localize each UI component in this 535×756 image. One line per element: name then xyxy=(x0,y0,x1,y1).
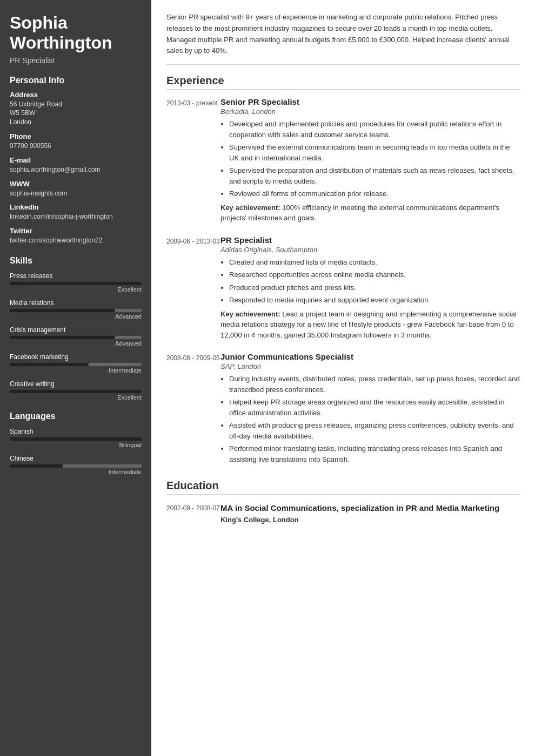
phone-value: 07700 900556 xyxy=(10,141,142,151)
bullet-item: Responded to media inquiries and support… xyxy=(229,295,520,306)
key-achievement: Key achievement: Lead a project team in … xyxy=(220,309,520,341)
edu-date: 2007-09 - 2008-07 xyxy=(166,502,220,524)
skill-level: Advanced xyxy=(10,313,142,320)
resume-container: Sophia Worthington PR Specialist Persona… xyxy=(0,0,535,756)
language-level: Bilingual xyxy=(10,442,142,448)
exp-company: Berkadia, London xyxy=(220,107,520,116)
skills-heading: Skills xyxy=(10,256,142,266)
skill-bar-fill xyxy=(10,282,142,285)
email-value: sophia.worthington@gmail.com xyxy=(10,165,142,174)
skill-item: Media relations Advanced xyxy=(10,299,142,320)
skill-level: Excellent xyxy=(10,286,142,293)
www-label: WWW xyxy=(10,180,142,188)
exp-date: 2009-06 - 2013-03 xyxy=(166,235,220,341)
linkedin-value: linkedin.com/in/sophia-j-worthington xyxy=(10,212,142,221)
bullet-item: Produced product pitches and press kits. xyxy=(229,282,520,293)
email-label: E-mail xyxy=(10,156,142,164)
linkedin-label: LinkedIn xyxy=(10,203,142,211)
language-item: Chinese Intermediate xyxy=(10,455,142,475)
language-bar-bg xyxy=(10,437,142,441)
phone-label: Phone xyxy=(10,132,142,140)
skill-item: Facebook marketing Intermediate xyxy=(10,353,142,374)
skill-name: Media relations xyxy=(10,299,142,307)
skill-bar-fill xyxy=(10,309,115,312)
experience-block: 2009-06 - 2013-03 PR Specialist Adidas O… xyxy=(166,235,520,341)
language-name: Spanish xyxy=(10,428,142,435)
main-content: Senior PR specialist with 9+ years of ex… xyxy=(151,0,535,756)
twitter-label: Twitter xyxy=(10,227,142,235)
bullet-item: Performed minor translating tasks, inclu… xyxy=(229,443,520,464)
edu-content: MA in Social Communications, specializat… xyxy=(220,502,499,524)
skill-name: Crisis management xyxy=(10,326,142,334)
exp-title: Senior PR Specialist xyxy=(220,97,520,106)
language-bar-fill xyxy=(10,464,63,468)
languages-heading: Languages xyxy=(10,411,142,421)
skill-item: Press releases Excellent xyxy=(10,272,142,293)
education-heading: Education xyxy=(166,480,520,495)
edu-school: King's College, London xyxy=(220,516,499,524)
bullet-item: During industry events, distributed note… xyxy=(229,374,520,395)
skill-bar-fill xyxy=(10,363,89,366)
language-name: Chinese xyxy=(10,455,142,462)
exp-content: Junior Communications Specialist SAP, Lo… xyxy=(220,352,520,468)
skill-bar-fill xyxy=(10,390,142,393)
bullet-item: Created and maintained lists of media co… xyxy=(229,257,520,268)
exp-company: SAP, London xyxy=(220,362,520,370)
experience-block: 2013-03 - present Senior PR Specialist B… xyxy=(166,97,520,224)
bullet-item: Supervised the external communications t… xyxy=(229,142,520,163)
twitter-value: twitter.com/sophieworthington22 xyxy=(10,236,142,245)
key-achievement: Key achievement: 100% efficiency in meet… xyxy=(220,202,520,224)
edu-title: MA in Social Communications, specializat… xyxy=(220,502,499,514)
language-bar-bg xyxy=(10,464,142,468)
exp-title: Junior Communications Specialist xyxy=(220,352,520,361)
exp-date: 2013-03 - present xyxy=(166,97,220,224)
skill-bar-fill xyxy=(10,336,115,339)
experience-block: 2008-08 - 2009-06 Junior Communications … xyxy=(166,352,520,468)
www-value: sophia-insights.com xyxy=(10,189,142,198)
address-value: 56 Uxbridge RoadW5 5BWLondon xyxy=(10,100,142,127)
exp-bullets: Created and maintained lists of media co… xyxy=(220,257,520,306)
education-block: 2007-09 - 2008-07 MA in Social Communica… xyxy=(166,502,520,524)
skill-item: Crisis management Advanced xyxy=(10,326,142,347)
candidate-title: PR Specialist xyxy=(10,56,142,65)
skill-level: Excellent xyxy=(10,394,142,401)
address-label: Address xyxy=(10,91,142,99)
skill-name: Press releases xyxy=(10,272,142,280)
skill-bar-bg xyxy=(10,309,142,312)
exp-bullets: Developed and implemented policies and p… xyxy=(220,119,520,199)
exp-content: PR Specialist Adidas Originals, Southamp… xyxy=(220,235,520,341)
skill-name: Facebook marketing xyxy=(10,353,142,361)
bullet-item: Developed and implemented policies and p… xyxy=(229,119,520,140)
languages-list: Spanish Bilingual Chinese Intermediate xyxy=(10,428,142,475)
exp-company: Adidas Originals, Southampton xyxy=(220,246,520,254)
education-list: 2007-09 - 2008-07 MA in Social Communica… xyxy=(166,502,520,524)
skill-bar-bg xyxy=(10,282,142,285)
exp-content: Senior PR Specialist Berkadia, London De… xyxy=(220,97,520,224)
skill-item: Creative writing Excellent xyxy=(10,380,142,401)
exp-title: PR Specialist xyxy=(220,235,520,245)
bullet-item: Researched opportunities across online m… xyxy=(229,269,520,280)
summary-text: Senior PR specialist with 9+ years of ex… xyxy=(166,12,520,65)
skills-list: Press releases Excellent Media relations… xyxy=(10,272,142,401)
bullet-item: Helped keep PR storage areas organized a… xyxy=(229,397,520,418)
skill-level: Advanced xyxy=(10,340,142,347)
sidebar: Sophia Worthington PR Specialist Persona… xyxy=(0,0,151,756)
skill-level: Intermediate xyxy=(10,367,142,374)
bullet-item: Supervised the preparation and distribut… xyxy=(229,165,520,186)
skill-bar-bg xyxy=(10,336,142,339)
skill-bar-bg xyxy=(10,390,142,393)
experience-heading: Experience xyxy=(166,75,520,90)
bullet-item: Assisted with producing press releases, … xyxy=(229,420,520,441)
language-bar-fill xyxy=(10,437,142,441)
skill-name: Creative writing xyxy=(10,380,142,388)
language-level: Intermediate xyxy=(10,469,142,475)
experience-list: 2013-03 - present Senior PR Specialist B… xyxy=(166,97,520,468)
candidate-name: Sophia Worthington xyxy=(10,13,142,53)
skill-bar-bg xyxy=(10,363,142,366)
exp-date: 2008-08 - 2009-06 xyxy=(166,352,220,468)
exp-bullets: During industry events, distributed note… xyxy=(220,374,520,464)
bullet-item: Reviewed all forms of communication prio… xyxy=(229,188,520,199)
language-item: Spanish Bilingual xyxy=(10,428,142,448)
personal-info-heading: Personal Info xyxy=(10,76,142,85)
